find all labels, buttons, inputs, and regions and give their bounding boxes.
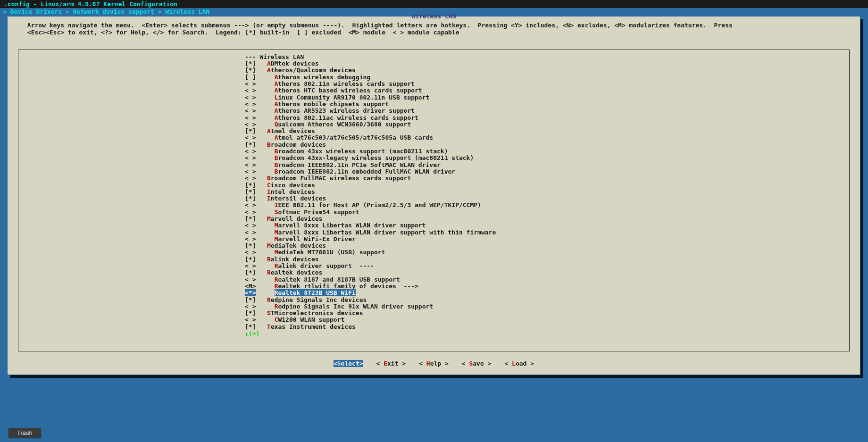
config-label: Atmel devices: [267, 127, 315, 134]
hotkey-char: I: [267, 188, 271, 195]
config-label: CW1200 WLAN support: [275, 316, 345, 323]
config-state: < >: [245, 87, 256, 94]
button-hotkey: L: [512, 360, 516, 367]
main-dialog: Wireless LAN Arrow keys navigate the men…: [8, 17, 860, 375]
config-row[interactable]: [*] Realtek devices: [18, 269, 849, 276]
config-row[interactable]: [*] Atheros/Qualcomm devices: [18, 67, 849, 74]
help-button[interactable]: < Help >: [419, 360, 449, 367]
config-row[interactable]: < > Broadcom IEEE802.11n embedded FullMA…: [18, 168, 849, 175]
config-label: Intersil devices: [267, 195, 326, 202]
config-row[interactable]: <*> Realtek 8723B USB WiFi: [18, 290, 849, 296]
help-instructions: Arrow keys navigate the menu. <Enter> se…: [8, 17, 860, 39]
config-state: < >: [245, 201, 256, 208]
config-row[interactable]: [*] Redpine Signals Inc devices: [18, 297, 849, 303]
hotkey-char: B: [267, 175, 271, 182]
config-row[interactable]: < > Atheros HTC based wireless cards sup…: [18, 87, 849, 94]
config-row[interactable]: [*] Intersil devices: [18, 195, 849, 202]
config-row[interactable]: < > MediaTek MT7601U (USB) support: [18, 249, 849, 256]
config-row[interactable]: < > Broadcom 43xx-legacy wireless suppor…: [18, 155, 849, 161]
config-row[interactable]: [*] Marvell devices: [18, 216, 849, 222]
config-state: [*]: [245, 296, 256, 303]
config-state: < >: [245, 107, 256, 114]
config-row[interactable]: < > Atheros 802.11n wireless cards suppo…: [18, 81, 849, 87]
dialog-title: Wireless LAN: [412, 13, 456, 20]
config-row[interactable]: < > Softmac Prism54 support: [18, 209, 849, 216]
config-row[interactable]: < > IEEE 802.11 for Host AP (Prism2/2.5/…: [18, 202, 849, 208]
config-state: [*]: [245, 269, 256, 276]
button-hotkey: E: [384, 360, 387, 367]
hotkey-char: M: [275, 229, 278, 236]
hotkey-char: A: [275, 107, 278, 114]
config-label: Marvell 8xxx Libertas WLAN driver suppor…: [275, 222, 426, 229]
config-row[interactable]: < > Marvell WiFi-Ex Driver: [18, 236, 849, 242]
hotkey-char: Q: [275, 121, 278, 128]
config-row[interactable]: [*] Texas Instrument devices: [18, 324, 849, 330]
config-label: Linux Community AR9170 802.11n USB suppo…: [275, 94, 430, 101]
config-row[interactable]: [*] MediaTek devices: [18, 242, 849, 249]
hotkey-char: C: [275, 316, 278, 323]
config-list[interactable]: --- Wireless LAN[*] ADMtek devices[*] At…: [18, 50, 849, 330]
taskbar: Trash: [8, 429, 41, 436]
config-row[interactable]: [*] Ralink devices: [18, 256, 849, 263]
config-row[interactable]: < > Broadcom FullMAC wireless cards supp…: [18, 175, 849, 182]
config-row[interactable]: [*] ADMtek devices: [18, 60, 849, 67]
config-label: Texas Instrument devices: [267, 323, 356, 330]
hotkey-char: M: [275, 222, 278, 229]
config-label: Marvell WiFi-Ex Driver: [275, 235, 356, 242]
config-state: < >: [245, 134, 256, 141]
config-row[interactable]: [ ] Atheros wireless debugging: [18, 74, 849, 81]
config-row[interactable]: < > Atheros AR5523 wireless driver suppo…: [18, 108, 849, 114]
config-label: Wireless LAN: [259, 53, 304, 60]
load-button[interactable]: < Load >: [504, 360, 534, 367]
config-label: Realtek rtlwifi family of devices --->: [275, 283, 418, 290]
exit-button[interactable]: < Exit >: [376, 360, 406, 367]
config-row[interactable]: < > Realtek 8187 and 8187B USB support: [18, 276, 849, 283]
config-state: < >: [245, 168, 256, 175]
config-label: Intel devices: [267, 188, 315, 195]
config-row[interactable]: [*] Intel devices: [18, 189, 849, 195]
hotkey-char: A: [275, 134, 278, 141]
config-list-panel: --- Wireless LAN[*] ADMtek devices[*] At…: [18, 50, 850, 351]
config-row[interactable]: <M> Realtek rtlwifi family of devices --…: [18, 283, 849, 290]
instruction-line-1: Arrow keys navigate the menu. <Enter> se…: [24, 22, 844, 29]
config-row[interactable]: < > Broadcom 43xx wireless support (mac8…: [18, 148, 849, 155]
config-row[interactable]: --- Wireless LAN: [18, 54, 849, 60]
config-state: < >: [245, 229, 256, 236]
taskbar-trash[interactable]: Trash: [8, 428, 41, 438]
config-state: < >: [245, 100, 256, 108]
config-label: Atheros HTC based wireless cards support: [275, 87, 422, 94]
config-row[interactable]: < > Redpine Signals Inc 91x WLAN driver …: [18, 303, 849, 310]
hotkey-char: S: [275, 208, 278, 216]
config-row[interactable]: < > Marvell 8xxx Libertas WLAN driver su…: [18, 222, 849, 229]
config-row[interactable]: [*] Broadcom devices: [18, 142, 849, 148]
config-label: Broadcom IEEE802.11n embedded FullMAC WL…: [275, 168, 456, 175]
config-row[interactable]: < > Ralink driver support ----: [18, 263, 849, 269]
save-button[interactable]: < Save >: [462, 360, 492, 367]
hotkey-char: A: [275, 74, 278, 81]
config-state: < >: [245, 161, 256, 168]
hotkey-char: M: [267, 242, 271, 249]
config-label: MediaTek MT7601U (USB) support: [275, 249, 385, 256]
config-label: Softmac Prism54 support: [275, 208, 359, 216]
button-hotkey: S: [337, 360, 341, 367]
config-row[interactable]: < > Marvell 8xxx Libertas WLAN driver su…: [18, 229, 849, 236]
hotkey-char: M: [275, 235, 278, 242]
config-row[interactable]: < > Atheros mobile chipsets support: [18, 101, 849, 108]
config-row[interactable]: [*] Atmel devices: [18, 128, 849, 134]
hotkey-char: R: [275, 262, 278, 269]
config-row[interactable]: < > Broadcom IEEE802.11n PCIe SoftMAC WL…: [18, 162, 849, 168]
config-label: Broadcom devices: [267, 141, 326, 148]
hotkey-char: A: [275, 100, 278, 108]
config-state: [*]: [245, 127, 256, 134]
config-row[interactable]: < > CW1200 WLAN support: [18, 317, 849, 323]
config-row[interactable]: [*] STMicroelectronics devices: [18, 310, 849, 317]
hotkey-char: R: [267, 269, 271, 276]
config-row[interactable]: < > Linux Community AR9170 802.11n USB s…: [18, 94, 849, 101]
config-row[interactable]: < > Qualcomm Atheros WCN3660/3680 suppor…: [18, 121, 849, 128]
config-row[interactable]: < > Atmel at76c503/at76c505/at76c505a US…: [18, 134, 849, 141]
config-row[interactable]: < > Atheros 802.11ac wireless cards supp…: [18, 115, 849, 121]
hotkey-char: B: [275, 154, 278, 161]
config-row[interactable]: [*] Cisco devices: [18, 182, 849, 189]
config-state: < >: [245, 94, 256, 101]
select-button[interactable]: <Select>: [334, 360, 363, 367]
